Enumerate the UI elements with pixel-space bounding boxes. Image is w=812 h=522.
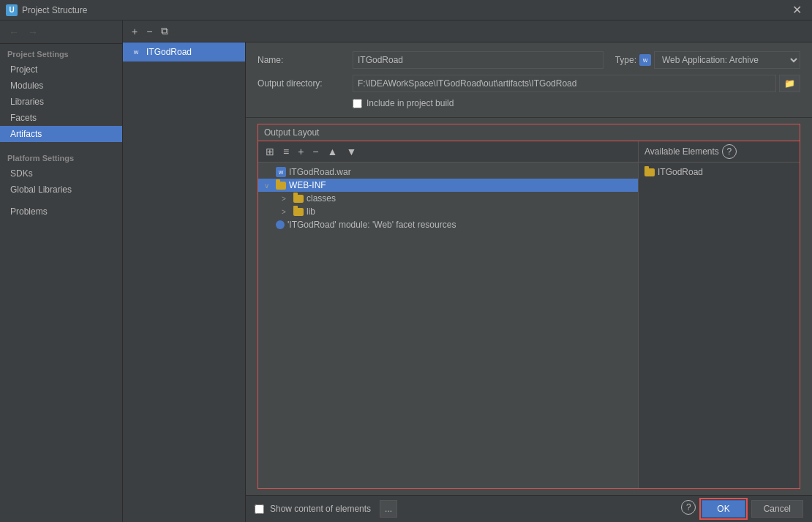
artifact-web-icon: W: [130, 46, 142, 58]
war-label: ITGodRoad.war: [289, 167, 351, 177]
sidebar: ← → Project Settings Project Modules Lib…: [0, 20, 123, 522]
dots-button[interactable]: ...: [380, 500, 397, 518]
nav-forward-button[interactable]: →: [25, 25, 41, 40]
webinf-label: WEB-INF: [289, 180, 326, 190]
sidebar-item-problems[interactable]: Problems: [0, 204, 122, 220]
layout-grid-button[interactable]: ⊞: [263, 144, 277, 159]
help-icon[interactable]: ?: [681, 500, 696, 515]
output-layout-section: Output Layout ⊞ ≡ + − ▲ ▼: [246, 118, 812, 495]
lib-folder-icon: [293, 208, 304, 216]
lib-arrow: >: [282, 208, 290, 216]
title-bar: U Project Structure ✕: [0, 0, 812, 20]
bottom-bar: Show content of elements ... ? OK Cancel: [246, 495, 812, 522]
form-area: Name: Type: W Web Application: Archive W…: [246, 42, 812, 118]
cancel-button[interactable]: Cancel: [751, 500, 803, 518]
bottom-right: ? OK Cancel: [681, 500, 803, 518]
sidebar-item-sdks-label: SDKs: [10, 168, 33, 179]
sidebar-item-libraries[interactable]: Libraries: [0, 94, 122, 110]
sidebar-item-artifacts-label: Artifacts: [10, 129, 42, 139]
bottom-bar-left: Show content of elements ...: [255, 500, 397, 518]
window-title: Project Structure: [22, 5, 788, 15]
classes-arrow: >: [282, 195, 290, 203]
sidebar-item-project-label: Project: [10, 64, 37, 75]
output-layout-title: Output Layout: [264, 127, 319, 138]
layout-add-button[interactable]: +: [295, 144, 307, 159]
name-label: Name:: [257, 55, 353, 65]
output-layout-wrapper: ⊞ ≡ + − ▲ ▼ W: [257, 141, 800, 489]
sidebar-item-facets[interactable]: Facets: [0, 110, 122, 126]
browse-button[interactable]: 📁: [779, 75, 800, 92]
close-button[interactable]: ✕: [788, 1, 806, 18]
classes-label: classes: [307, 193, 336, 204]
webinf-arrow: ∨: [264, 182, 273, 190]
main-content: ← → Project Settings Project Modules Lib…: [0, 20, 812, 522]
artifact-config-area: Name: Type: W Web Application: Archive W…: [246, 42, 812, 522]
type-select[interactable]: Web Application: Archive Web Application…: [654, 51, 800, 69]
artifact-item-label: ITGodRoad: [146, 47, 192, 57]
classes-folder-icon: [293, 195, 304, 203]
artifact-list-item-itgodroad[interactable]: W ITGodRoad: [123, 42, 245, 61]
tree-item-classes[interactable]: > classes: [258, 192, 638, 205]
available-elements-title: Available Elements: [644, 146, 719, 157]
war-icon: W: [276, 167, 286, 177]
facet-label: 'ITGodRoad' module: 'Web' facet resource…: [287, 220, 456, 230]
name-input[interactable]: [353, 51, 604, 69]
tree-item-webinf[interactable]: ∨ WEB-INF: [258, 179, 638, 192]
app-icon: U: [6, 4, 18, 16]
sidebar-item-problems-label: Problems: [10, 206, 48, 217]
tree-item-lib[interactable]: > lib: [258, 205, 638, 218]
ok-button[interactable]: OK: [702, 500, 745, 518]
tree-item-war[interactable]: W ITGodRoad.war: [258, 165, 638, 179]
sidebar-item-artifacts[interactable]: Artifacts: [0, 126, 122, 142]
facet-icon: [276, 220, 285, 229]
sidebar-item-global-libraries-label: Global Libraries: [10, 184, 72, 195]
remove-artifact-button[interactable]: −: [143, 24, 155, 39]
layout-remove-button[interactable]: −: [309, 144, 321, 159]
available-elements-help-icon[interactable]: ?: [722, 144, 737, 159]
sidebar-divider-1: [0, 142, 122, 148]
available-tree-item-itgodroad[interactable]: ITGodRoad: [639, 165, 800, 179]
sidebar-item-modules-label: Modules: [10, 81, 43, 91]
output-dir-row: Output directory: 📁: [257, 75, 800, 92]
layout-move-down-button[interactable]: ▼: [343, 144, 359, 159]
available-folder-icon: [644, 168, 655, 176]
sidebar-item-facets-label: Facets: [10, 113, 37, 123]
type-label: Type:: [615, 55, 636, 65]
artifact-list: W ITGodRoad: [123, 42, 246, 522]
sidebar-item-modules[interactable]: Modules: [0, 78, 122, 94]
show-content-checkbox[interactable]: [255, 504, 264, 514]
available-elements-panel: Available Elements ? ITGodRoad: [639, 141, 800, 488]
layout-list-button[interactable]: ≡: [280, 144, 292, 159]
name-row: Name: Type: W Web Application: Archive W…: [257, 51, 800, 69]
include-in-build-checkbox[interactable]: [353, 99, 362, 108]
sidebar-divider-2: [0, 198, 122, 204]
copy-artifact-button[interactable]: ⧉: [158, 23, 171, 39]
output-layout-left: ⊞ ≡ + − ▲ ▼ W: [258, 141, 639, 488]
output-tree: W ITGodRoad.war ∨ WEB-INF: [258, 163, 638, 488]
nav-back-button[interactable]: ←: [6, 25, 22, 40]
sidebar-item-project[interactable]: Project: [0, 61, 122, 78]
sidebar-item-libraries-label: Libraries: [10, 97, 44, 107]
lib-label: lib: [307, 206, 315, 217]
add-artifact-button[interactable]: +: [129, 24, 140, 39]
available-item-label: ITGodRoad: [658, 167, 703, 177]
type-web-icon: W: [639, 54, 651, 66]
include-in-build-row: Include in project build: [353, 98, 800, 108]
layout-move-up-button[interactable]: ▲: [325, 144, 341, 159]
right-panel: + − ⧉ W ITGodRoad Name:: [123, 20, 812, 522]
sidebar-item-global-libraries[interactable]: Global Libraries: [0, 182, 122, 198]
artifact-toolbar: + − ⧉: [123, 20, 812, 42]
project-settings-section: Project Settings: [0, 44, 122, 61]
platform-settings-section: Platform Settings: [0, 148, 122, 165]
type-container: Type: W Web Application: Archive Web App…: [615, 51, 800, 69]
webinf-folder-icon: [276, 182, 286, 190]
available-elements-header: Available Elements ?: [639, 141, 800, 163]
output-layout-header: Output Layout: [257, 124, 800, 141]
output-dir-label: Output directory:: [257, 78, 353, 89]
sidebar-item-sdks[interactable]: SDKs: [0, 165, 122, 182]
output-dir-input[interactable]: [353, 75, 776, 92]
include-in-build-label: Include in project build: [366, 98, 454, 108]
tree-item-facet[interactable]: 'ITGodRoad' module: 'Web' facet resource…: [258, 218, 638, 231]
output-layout-toolbar: ⊞ ≡ + − ▲ ▼: [258, 141, 638, 163]
show-content-label: Show content of elements: [270, 504, 371, 514]
